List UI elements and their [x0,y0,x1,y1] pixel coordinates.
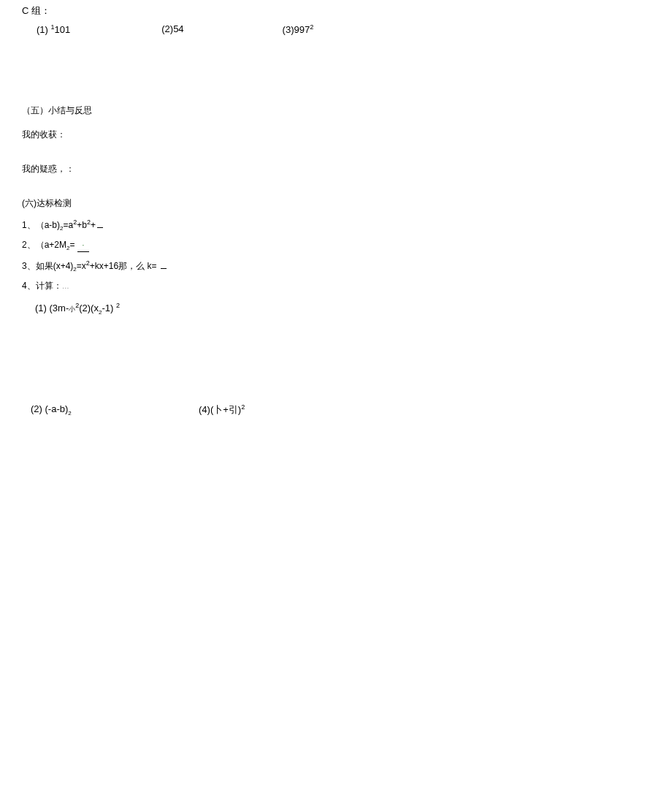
problem-1: (1) 1101 [37,22,70,38]
q1-b: =a [63,220,73,230]
q1-prefix: 1、 [22,220,36,230]
q2-expr: （a+2M [36,240,66,250]
q2-blank: · [77,240,89,252]
q4-prefix: 4、计算： [22,281,62,291]
q1-c: +b [77,220,87,230]
e2-prefix: (2) (-a-b) [31,403,68,414]
group-c-problems: (1) 1101 (2)54 (3)9972 [22,22,650,38]
question-3: 3、如果(x+4)2=x2+kx+16那，么 k= [22,258,650,275]
problem-body: 54 [173,23,183,34]
expr-row-2: (2) (-a-b)2 (4)(卜+引)2 [22,402,650,418]
problem-sup: 2 [310,23,313,31]
q1-a: （a-b) [36,220,60,230]
e1-prefix: (1) (3m- [35,303,69,314]
e4-prefix: (4)(卜+引) [199,404,241,415]
e1-tail: -1) [102,303,113,314]
problem-prefix: (3) [283,24,294,35]
e4-sup: 2 [241,403,245,411]
doubt-line: 我的疑惑，： [22,162,650,176]
q3-mid2: +kx+16 [90,261,118,271]
problem-3: (3)9972 [283,22,314,38]
q3-prefix: 3、如果(x+4) [22,261,73,271]
problem-body: 101 [55,24,71,35]
problem-body: 997 [294,24,310,35]
e1-mid: (2)(x [79,303,99,314]
e1-sup2: 2 [116,302,120,309]
expr-row-1: (1) (3m-小2(2)(x2-1) 2 [22,300,650,318]
problem-2: (2)54 [161,22,183,38]
expr-4: (4)(卜+引)2 [199,402,245,418]
expr-2: (2) (-a-b)2 [31,402,199,418]
q3-mid: =x [77,261,86,271]
problem-prefix: (2) [161,23,173,34]
section-6-heading: (六)达标检测 [22,197,650,210]
q4-gray: … [62,282,69,290]
harvest-line: 我的收获： [22,128,650,142]
q2-eq: = [70,240,75,250]
question-1: 1、（a-b)2=a2+b2+ [22,217,650,234]
question-2: 2、（a+2M2= · [22,238,650,254]
problem-presup: 1 [51,23,55,31]
q3-tail: 那，么 k= [118,261,156,271]
q2-prefix: 2、 [22,240,36,250]
group-c-header: C 组： [22,4,650,19]
e1-small: 小 [69,306,75,313]
question-4: 4、计算：… [22,279,650,293]
section-5-heading: （五）小结与反思 [22,104,650,118]
blank [97,227,103,228]
blank [161,268,167,269]
q1-d: + [91,220,96,230]
e2-sub: 2 [68,410,71,417]
problem-prefix: (1) [37,24,48,35]
